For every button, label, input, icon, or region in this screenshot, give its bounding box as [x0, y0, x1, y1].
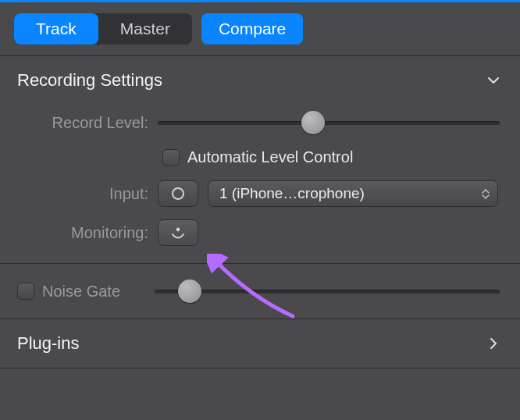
recording-settings-section: Recording Settings Record Level: Automat… — [0, 56, 520, 264]
monitoring-row: Monitoring: — [0, 213, 520, 263]
noise-gate-checkbox[interactable] — [17, 283, 34, 300]
monitoring-label: Monitoring: — [17, 224, 148, 242]
input-label: Input: — [17, 185, 148, 203]
slider-track — [158, 121, 500, 125]
tab-bar: Track Master Compare — [0, 2, 520, 55]
updown-icon — [482, 189, 490, 199]
record-level-row: Record Level: — [0, 105, 520, 141]
tab-master[interactable]: Master — [98, 13, 192, 44]
chevron-right-icon — [484, 334, 503, 353]
noise-gate-section: Noise Gate — [0, 264, 520, 319]
noise-gate-row: Noise Gate — [0, 264, 520, 319]
monitoring-icon — [169, 226, 187, 240]
slider-thumb[interactable] — [178, 279, 201, 303]
slider-thumb[interactable] — [301, 111, 325, 134]
record-level-slider[interactable] — [158, 111, 503, 134]
chevron-down-icon — [484, 71, 503, 90]
input-select[interactable]: 1 (iPhone…crophone) — [208, 180, 498, 207]
noise-gate-label: Noise Gate — [42, 283, 147, 301]
plugins-header[interactable]: Plug-ins — [0, 319, 520, 368]
auto-level-row: Automatic Level Control — [0, 141, 520, 174]
section-title: Recording Settings — [17, 70, 162, 91]
plugins-section: Plug-ins — [0, 319, 520, 368]
input-row: Input: 1 (iPhone…crophone) — [0, 174, 520, 213]
noise-gate-slider[interactable] — [155, 279, 503, 303]
auto-level-checkbox[interactable] — [162, 149, 180, 166]
circle-icon — [172, 187, 184, 200]
tab-group: Track Master — [14, 13, 192, 44]
recording-settings-header[interactable]: Recording Settings — [0, 56, 520, 105]
slider-track — [155, 290, 500, 294]
record-level-label: Record Level: — [17, 114, 148, 132]
monitoring-toggle[interactable] — [158, 219, 198, 246]
input-select-value: 1 (iPhone…crophone) — [219, 185, 365, 202]
svg-point-0 — [176, 228, 180, 232]
compare-button[interactable]: Compare — [201, 13, 303, 44]
tab-track[interactable]: Track — [14, 13, 98, 44]
auto-level-label: Automatic Level Control — [187, 148, 353, 166]
input-channel-button[interactable] — [158, 180, 198, 207]
plugins-title: Plug-ins — [17, 333, 79, 354]
